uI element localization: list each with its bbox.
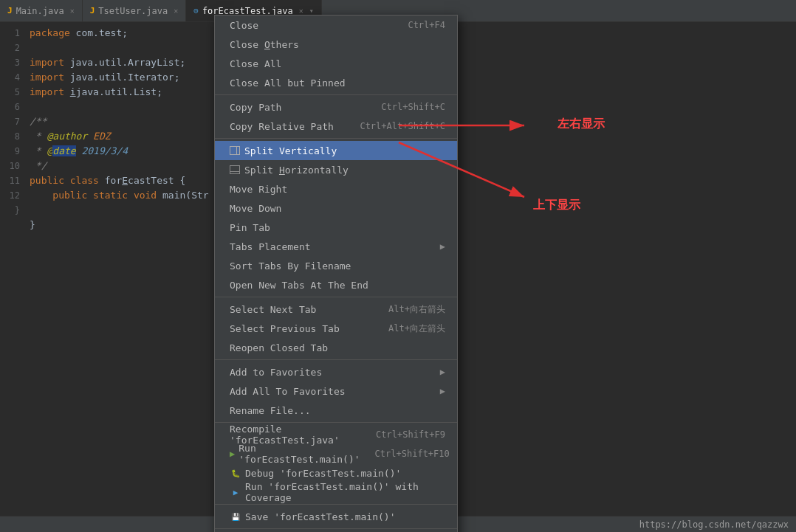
submenu-arrow: ▶ xyxy=(440,367,445,377)
debug-icon: 🐛 xyxy=(230,467,241,479)
submenu-arrow: ▶ xyxy=(440,386,445,396)
menu-item-recompile[interactable]: Recompile 'forEcastTest.java' Ctrl+Shift… xyxy=(215,425,457,444)
status-url: https://blog.csdn.net/qazzwx xyxy=(639,519,789,530)
menu-item-split-vert[interactable]: Split Vertically xyxy=(215,141,457,160)
menu-item-save[interactable]: 💾 Save 'forEcastTest.main()' xyxy=(215,507,457,526)
tab-main-java[interactable]: J Main.java ✕ xyxy=(0,0,83,21)
context-menu: Close Ctrl+F4 Close Others Close All Clo… xyxy=(214,15,458,532)
menu-item-run-coverage[interactable]: ▶ Run 'forEcastTest.main()' with Coverag… xyxy=(215,483,457,502)
menu-item-split-horiz[interactable]: Split Horizontally xyxy=(215,160,457,179)
menu-item-copy-path[interactable]: Copy Path Ctrl+Shift+C xyxy=(215,97,457,117)
menu-item-close-all-pinned[interactable]: Close All but Pinned xyxy=(215,73,457,92)
menu-item-select-next-tab[interactable]: Select Next Tab Alt+向右箭头 xyxy=(215,300,457,319)
split-horiz-icon xyxy=(230,165,240,174)
menu-separator xyxy=(215,422,457,423)
forecast-icon: ⊙ xyxy=(193,6,199,15)
line-numbers: 1 2 3 4 5 6 7 8 9 10 11 12 } xyxy=(0,26,26,232)
java-icon: J xyxy=(7,6,13,15)
menu-item-close[interactable]: Close Ctrl+F4 xyxy=(215,15,457,35)
menu-item-open-new-tabs[interactable]: Open New Tabs At The End xyxy=(215,275,457,294)
close-icon[interactable]: ✕ xyxy=(70,7,75,15)
menu-item-reopen-closed[interactable]: Reopen Closed Tab xyxy=(215,338,457,357)
menu-item-close-others[interactable]: Close Others xyxy=(215,35,457,54)
menu-item-add-favorites[interactable]: Add to Favorites ▶ xyxy=(215,362,457,381)
coverage-icon: ▶ xyxy=(230,486,241,498)
submenu-arrow: ▶ xyxy=(440,241,445,252)
menu-item-rename[interactable]: Rename File... xyxy=(215,401,457,420)
menu-separator xyxy=(215,138,457,139)
split-vert-icon xyxy=(230,146,240,155)
menu-item-sort-tabs[interactable]: Sort Tabs By Filename xyxy=(215,256,457,275)
menu-item-run[interactable]: ▶ Run 'forEcastTest.main()' Ctrl+Shift+F… xyxy=(215,444,457,463)
menu-item-debug[interactable]: 🐛 Debug 'forEcastTest.main()' xyxy=(215,463,457,483)
menu-item-move-down[interactable]: Move Down xyxy=(215,198,457,218)
menu-item-pin-tab[interactable]: Pin Tab xyxy=(215,218,457,237)
menu-item-move-right[interactable]: Move Right xyxy=(215,179,457,198)
menu-item-select-prev-tab[interactable]: Select Previous Tab Alt+向左箭头 xyxy=(215,319,457,338)
close-icon[interactable]: ✕ xyxy=(174,7,178,15)
tab-dropdown-icon[interactable]: ▾ xyxy=(309,7,314,15)
tab-tsetuser-java[interactable]: J TsetUser.java ✕ xyxy=(83,0,187,21)
menu-item-add-all-favorites[interactable]: Add All To Favorites ▶ xyxy=(215,381,457,401)
save-icon: 💾 xyxy=(230,511,241,522)
menu-item-tabs-placement[interactable]: Tabs Placement ▶ xyxy=(215,237,457,256)
tab-label: TsetUser.java xyxy=(98,6,168,16)
menu-separator xyxy=(215,94,457,95)
menu-separator xyxy=(215,359,457,360)
tab-label: Main.java xyxy=(16,6,64,16)
menu-item-close-all[interactable]: Close All xyxy=(215,54,457,73)
menu-separator xyxy=(215,504,457,505)
run-icon: ▶ xyxy=(230,448,235,460)
menu-separator xyxy=(215,528,457,529)
java-icon: J xyxy=(90,6,95,15)
close-icon[interactable]: ✕ xyxy=(299,7,303,15)
menu-separator xyxy=(215,297,457,297)
menu-item-copy-relative[interactable]: Copy Relative Path Ctrl+Alt+Shift+C xyxy=(215,117,457,136)
